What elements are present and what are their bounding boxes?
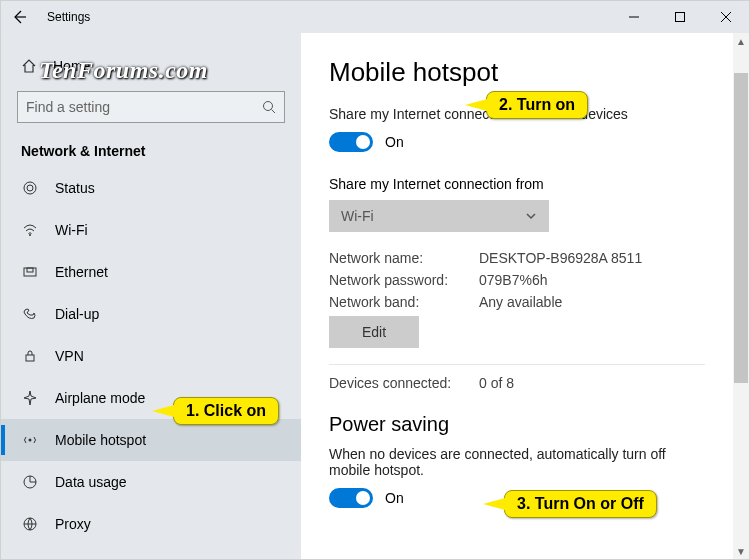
net-band-value: Any available (479, 294, 562, 310)
scroll-down-icon[interactable]: ▼ (735, 545, 747, 557)
nav-item-dialup[interactable]: Dial-up (1, 293, 301, 335)
search-icon (262, 100, 276, 114)
nav-item-label: Wi-Fi (55, 222, 88, 238)
power-toggle[interactable] (329, 488, 373, 508)
settings-window: Settings Home Find a setting Network & I… (0, 0, 750, 560)
search-input[interactable]: Find a setting (17, 91, 285, 123)
close-button[interactable] (703, 1, 749, 33)
from-value: Wi-Fi (341, 208, 374, 224)
window-title: Settings (47, 10, 90, 24)
hotspot-icon (21, 432, 39, 448)
share-toggle[interactable] (329, 132, 373, 152)
devices-value: 0 of 8 (479, 375, 514, 391)
page-title: Mobile hotspot (329, 57, 705, 88)
edit-button[interactable]: Edit (329, 316, 419, 348)
net-name-value: DESKTOP-B96928A 8511 (479, 250, 642, 266)
nav-item-wifi[interactable]: Wi-Fi (1, 209, 301, 251)
chevron-down-icon (525, 210, 537, 222)
status-icon (21, 180, 39, 196)
nav-item-ethernet[interactable]: Ethernet (1, 251, 301, 293)
nav-item-label: Proxy (55, 516, 91, 532)
share-toggle-label: On (385, 134, 404, 150)
nav-item-label: Status (55, 180, 95, 196)
home-icon (21, 58, 37, 74)
sidebar: Home Find a setting Network & Internet S… (1, 33, 301, 559)
power-section-title: Power saving (329, 413, 705, 436)
scroll-up-icon[interactable]: ▲ (735, 35, 747, 47)
svg-point-6 (24, 182, 36, 194)
svg-line-5 (272, 110, 276, 114)
nav-group-title: Network & Internet (21, 143, 285, 159)
wifi-icon (21, 222, 39, 238)
net-pass-label: Network password: (329, 272, 479, 288)
minimize-button[interactable] (611, 1, 657, 33)
svg-point-11 (29, 439, 32, 442)
scroll-thumb[interactable] (734, 73, 748, 383)
airplane-icon (21, 390, 39, 406)
net-pass-value: 079B7%6h (479, 272, 548, 288)
datausage-icon (21, 474, 39, 490)
nav-item-label: Data usage (55, 474, 127, 490)
maximize-button[interactable] (657, 1, 703, 33)
svg-rect-1 (676, 13, 685, 22)
nav-item-proxy[interactable]: Proxy (1, 503, 301, 545)
dialup-icon (21, 306, 39, 322)
power-description: When no devices are connected, automatic… (329, 446, 705, 478)
nav-item-label: Airplane mode (55, 390, 145, 406)
callout-2: 2. Turn on (486, 91, 588, 119)
nav-item-hotspot[interactable]: Mobile hotspot (1, 419, 301, 461)
nav-home[interactable]: Home (17, 47, 285, 85)
scrollbar[interactable]: ▲ ▼ (733, 33, 749, 559)
devices-label: Devices connected: (329, 375, 479, 391)
svg-point-4 (264, 102, 273, 111)
nav-item-status[interactable]: Status (1, 167, 301, 209)
svg-rect-9 (27, 268, 33, 272)
power-toggle-label: On (385, 490, 404, 506)
nav-item-vpn[interactable]: VPN (1, 335, 301, 377)
nav-item-datausage[interactable]: Data usage (1, 461, 301, 503)
callout-3: 3. Turn On or Off (504, 490, 657, 518)
nav-item-label: VPN (55, 348, 84, 364)
nav-item-label: Mobile hotspot (55, 432, 146, 448)
titlebar: Settings (1, 1, 749, 33)
svg-rect-10 (26, 355, 34, 361)
nav-item-label: Dial-up (55, 306, 99, 322)
proxy-icon (21, 516, 39, 532)
search-placeholder: Find a setting (26, 99, 110, 115)
from-label: Share my Internet connection from (329, 176, 705, 192)
vpn-icon (21, 348, 39, 364)
svg-point-7 (29, 234, 31, 236)
net-band-label: Network band: (329, 294, 479, 310)
nav-item-label: Ethernet (55, 264, 108, 280)
nav-home-label: Home (53, 58, 90, 74)
net-name-label: Network name: (329, 250, 479, 266)
ethernet-icon (21, 264, 39, 280)
callout-1: 1. Click on (173, 397, 279, 425)
back-button[interactable] (9, 7, 29, 27)
from-dropdown[interactable]: Wi-Fi (329, 200, 549, 232)
